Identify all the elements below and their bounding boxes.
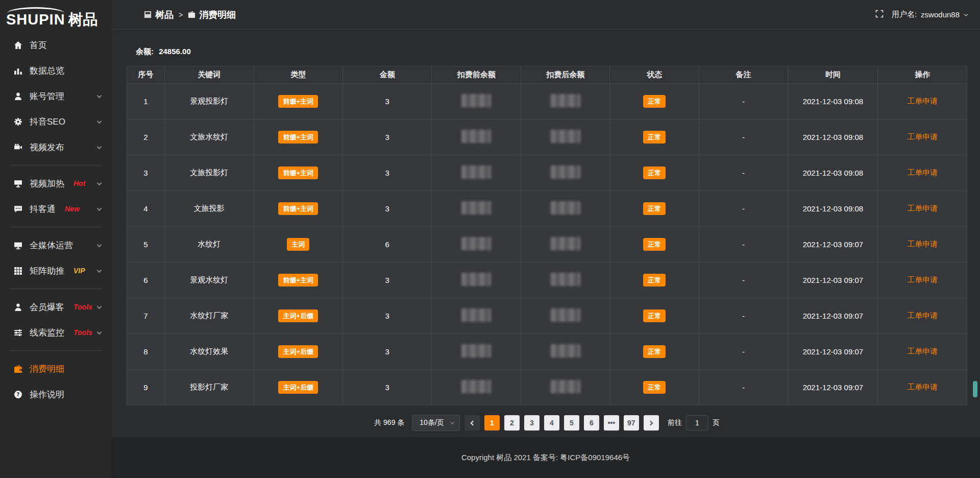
page-size-select[interactable]: 10条/页 (412, 415, 459, 431)
cell-keyword: 文旅投影灯 (165, 155, 254, 191)
cell-type: 前缀+主词 (254, 155, 342, 191)
scrollbar-thumb[interactable] (973, 381, 977, 397)
main-area: 树品 > 消费明细 用户名: zswodun88 余额: 24856.00 (111, 0, 980, 478)
page-button-2[interactable]: 2 (504, 415, 520, 431)
chevron-down-icon (97, 180, 102, 185)
cell-status: 正常 (610, 191, 699, 227)
redacted-balance-after (551, 94, 580, 107)
sidebar-item-data-overview[interactable]: 数据总览 (0, 58, 111, 83)
cell-balance-after (521, 370, 609, 405)
cell-type: 主词 (254, 227, 342, 262)
work-order-link[interactable]: 工单申请 (907, 168, 938, 177)
home-icon (13, 40, 22, 50)
cell-balance-after (521, 155, 609, 191)
cell-action: 工单申请 (878, 370, 967, 405)
breadcrumb: 树品 > 消费明细 (144, 9, 236, 21)
sidebar-divider (9, 227, 102, 227)
fullscreen-icon[interactable] (875, 10, 884, 19)
work-order-link[interactable]: 工单申请 (907, 204, 938, 212)
redacted-balance-before (461, 380, 491, 393)
work-order-link[interactable]: 工单申请 (907, 275, 938, 284)
redacted-balance-before (461, 165, 491, 179)
cell-balance-before (432, 84, 521, 119)
table-row: 7 水纹灯厂家 主词+后缀 3 正常 - 2021-12-03 09:07 工单… (127, 298, 967, 334)
redacted-balance-before (461, 273, 491, 286)
table-header-row: 序号 关键词 类型 金额 扣费前余额 扣费后余额 状态 备注 时间 操作 (127, 66, 967, 84)
redacted-balance-before (461, 237, 491, 250)
chevron-left-icon (470, 420, 475, 425)
cell-index: 4 (127, 191, 165, 227)
sidebar-item-label: 账号管理 (30, 90, 64, 102)
chevron-down-icon (97, 268, 102, 273)
hot-tag: Hot (74, 179, 85, 187)
breadcrumb-current[interactable]: 消费明细 (188, 9, 236, 21)
balance-label: 余额: (136, 47, 154, 56)
cell-index: 9 (127, 370, 165, 405)
work-order-link[interactable]: 工单申请 (907, 132, 938, 141)
chevron-down-icon (97, 144, 102, 149)
cell-action: 工单申请 (878, 155, 967, 191)
sidebar-item-clue-monitor[interactable]: 线索监控 Tools (0, 320, 111, 345)
work-order-link[interactable]: 工单申请 (907, 240, 938, 248)
redacted-balance-after (551, 273, 580, 286)
cell-remark: - (699, 191, 788, 227)
cell-balance-before (432, 262, 521, 298)
sidebar-item-account-management[interactable]: 账号管理 (0, 83, 111, 109)
work-order-link[interactable]: 工单申请 (907, 347, 938, 355)
sidebar-item-video-heat[interactable]: 视频加热 Hot (0, 171, 111, 196)
user-icon (13, 91, 22, 101)
cell-balance-after (521, 298, 609, 334)
sidebar-item-consumption-detail[interactable]: 消费明细 (0, 356, 111, 381)
redacted-balance-after (551, 237, 580, 250)
page-button-3[interactable]: 3 (524, 415, 540, 431)
cell-keyword: 景观水纹灯 (165, 262, 254, 298)
cell-type: 前缀+主词 (254, 84, 342, 119)
cell-status: 正常 (610, 298, 699, 334)
cell-keyword: 文旅水纹灯 (165, 119, 254, 155)
cell-balance-before (432, 191, 521, 227)
cell-time: 2021-12-03 09:07 (788, 262, 878, 298)
goto-page-input[interactable] (686, 415, 708, 431)
cell-keyword: 水纹灯厂家 (165, 298, 254, 334)
work-order-link[interactable]: 工单申请 (907, 97, 938, 105)
page-ellipsis-button[interactable]: ••• (604, 415, 619, 431)
work-order-link[interactable]: 工单申请 (907, 383, 938, 391)
prev-page-button[interactable] (464, 415, 480, 431)
sidebar-item-instructions[interactable]: ? 操作说明 (0, 381, 111, 407)
screen-icon (13, 179, 22, 188)
chat-icon (13, 204, 22, 213)
sidebar-item-douyin-seo[interactable]: 抖音SEO (0, 109, 111, 134)
user-menu[interactable]: 用户名: zswodun88 (892, 10, 967, 19)
cell-balance-before (432, 119, 521, 155)
cell-remark: - (699, 334, 788, 370)
col-header-type: 类型 (254, 66, 342, 84)
sidebar-item-label: 全媒体运营 (30, 240, 73, 251)
redacted-balance-after (551, 308, 580, 322)
cell-status: 正常 (610, 119, 699, 155)
page-button-1[interactable]: 1 (484, 415, 500, 431)
sidebar-item-matrix-boost[interactable]: 矩阵助推 VIP (0, 258, 111, 283)
status-badge: 正常 (643, 381, 666, 394)
sidebar-item-video-publish[interactable]: 视频发布 (0, 134, 111, 160)
sidebar-item-home[interactable]: 首页 (0, 32, 111, 58)
page-button-97[interactable]: 97 (624, 415, 639, 431)
new-tag: New (65, 205, 80, 213)
work-order-link[interactable]: 工单申请 (907, 311, 938, 320)
sidebar-item-media-operations[interactable]: 全媒体运营 (0, 232, 111, 258)
sidebar-item-douketong[interactable]: 抖客通 New (0, 196, 111, 222)
page-button-6[interactable]: 6 (584, 415, 599, 431)
cell-status: 正常 (610, 370, 699, 405)
next-page-button[interactable] (644, 415, 659, 431)
sidebar-item-member-baoke[interactable]: 会员爆客 Tools (0, 294, 111, 320)
cell-index: 3 (127, 155, 165, 191)
col-header-amount: 金额 (343, 66, 432, 84)
col-header-remark: 备注 (699, 66, 788, 84)
page-button-4[interactable]: 4 (544, 415, 559, 431)
redacted-balance-after (551, 380, 580, 393)
table-row: 5 水纹灯 主词 6 正常 - 2021-12-03 09:07 工单申请 (127, 227, 967, 262)
redacted-balance-after (551, 344, 580, 357)
page-button-5[interactable]: 5 (564, 415, 579, 431)
breadcrumb-label: 消费明细 (199, 9, 236, 21)
breadcrumb-home[interactable]: 树品 (144, 9, 174, 21)
table-row: 1 景观投影灯 前缀+主词 3 正常 - 2021-12-03 09:08 工单… (127, 84, 967, 119)
